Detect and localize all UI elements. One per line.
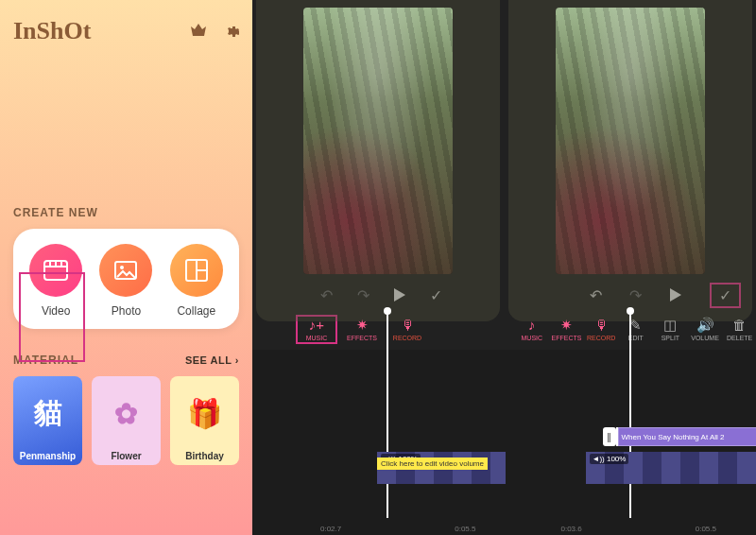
penmanship-glyph: 貓 [34,376,62,451]
transport-row: ↶ ↷ ✓ ↶ ↷ ✓ [252,282,756,308]
mic-icon: 🎙 [594,318,609,333]
tools-row: ♪+ MUSIC ✷ EFFECTS 🎙 RECORD ♪ MUSIC ✷ EF… [252,308,756,350]
play-icon[interactable] [670,288,681,302]
tool-volume[interactable]: 🔊 VOLUME [689,318,722,341]
check-icon[interactable]: ✓ [430,286,442,304]
material-label: Flower [111,451,141,461]
crown-icon[interactable] [190,24,207,39]
effects-icon: ✷ [560,318,573,333]
redo-icon[interactable]: ↷ [357,286,369,304]
tool-music[interactable]: ♪ MUSIC [516,318,549,341]
confirm-check-icon[interactable]: ✓ [710,283,741,308]
video-preview-right[interactable] [556,8,705,274]
create-photo-label: Photo [112,304,141,318]
video-clip[interactable]: ◄)) 100% [586,452,757,484]
split-icon: ◫ [663,318,677,333]
create-new-title: CREATE NEW [13,206,239,219]
volume-icon: 🔊 [696,318,714,333]
create-photo-button[interactable]: Photo [93,244,159,318]
material-penmanship[interactable]: 貓 Penmanship [13,376,82,465]
redo-icon[interactable]: ↷ [629,286,642,304]
play-icon[interactable] [394,288,405,302]
timeline[interactable]: ◄)) 100% Click here to edit video volume… [252,350,756,535]
pencil-icon: ✎ [629,318,642,333]
volume-hint-tooltip: Click here to edit video volume [377,457,488,470]
material-label: Penmanship [20,451,76,461]
create-collage-button[interactable]: Collage [163,244,230,318]
tool-record[interactable]: 🎙 RECORD [387,318,428,341]
time-marks: 0:03.6 0:05.5 [561,525,717,533]
sidebar: InShOt CREATE NEW Video Photo [0,0,252,535]
time-marks: 0:02.7 0:05.5 [320,525,476,533]
audio-clip[interactable]: When You Say Nothing At All 2 [616,427,757,446]
tool-effects[interactable]: ✷ EFFECTS [341,318,383,341]
music-icon: ♪ [528,318,536,333]
material-birthday[interactable]: 🎁 Birthday [170,376,239,465]
playhead[interactable] [629,310,631,518]
material-label: Birthday [185,451,224,461]
tool-split[interactable]: ◫ SPLIT [654,318,687,341]
tool-effects[interactable]: ✷ EFFECTS [550,318,583,341]
gear-icon[interactable] [224,24,239,39]
mic-icon: 🎙 [401,318,415,333]
undo-icon[interactable]: ↶ [320,286,333,304]
volume-badge: ◄)) 100% [590,454,629,464]
audio-clip-handle[interactable]: ‖ [603,427,616,446]
video-preview-left[interactable] [303,8,453,274]
preview-row [252,0,756,282]
tool-record[interactable]: 🎙 RECORD [585,318,618,341]
tool-music[interactable]: ♪+ MUSIC [296,315,337,344]
svg-point-6 [120,266,124,269]
editor-area: ↶ ↷ ✓ ↶ ↷ ✓ ♪+ MUSIC ✷ EFFECTS [252,0,756,535]
app-logo: InShOt [13,17,91,45]
trash-icon: 🗑 [732,318,747,333]
flower-glyph: ✿ [114,376,138,451]
playhead[interactable] [387,310,388,518]
create-collage-label: Collage [177,304,215,318]
music-icon: ♪+ [309,318,324,333]
highlight-box-video [19,272,85,362]
tool-edit[interactable]: ✎ EDIT [619,318,652,341]
birthday-glyph: 🎁 [187,376,222,451]
effects-icon: ✷ [356,318,369,333]
see-all-button[interactable]: SEE ALL › [185,354,239,366]
photo-icon [99,244,152,297]
tool-delete[interactable]: 🗑 DELETE [723,318,756,341]
undo-icon[interactable]: ↶ [590,286,602,304]
collage-icon [170,244,223,297]
material-flower[interactable]: ✿ Flower [92,376,161,465]
